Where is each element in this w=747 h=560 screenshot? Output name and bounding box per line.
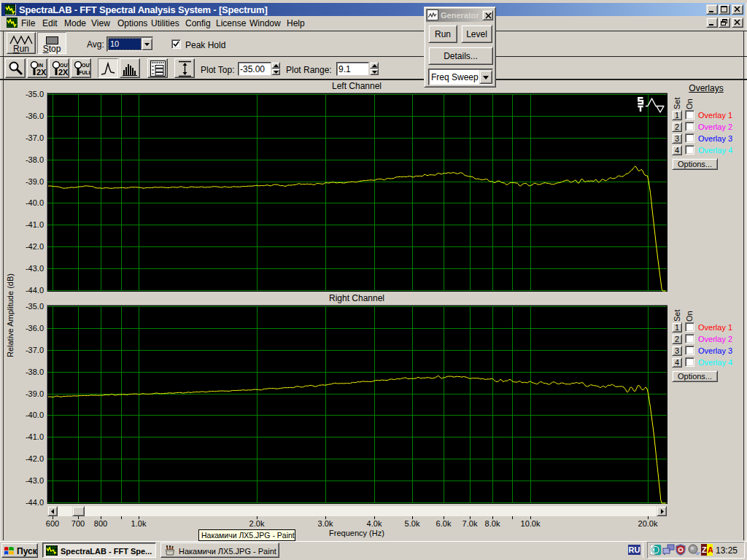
svg-text:OUT: OUT [60, 63, 69, 68]
svg-text:FULL: FULL [79, 70, 90, 75]
svg-text:2X: 2X [58, 68, 69, 77]
svg-text:A: A [708, 545, 713, 554]
svg-text:OUT: OUT [82, 63, 90, 68]
svg-text:IN: IN [38, 63, 43, 68]
svg-text:Z: Z [702, 545, 707, 554]
svg-text:2X: 2X [36, 68, 47, 77]
